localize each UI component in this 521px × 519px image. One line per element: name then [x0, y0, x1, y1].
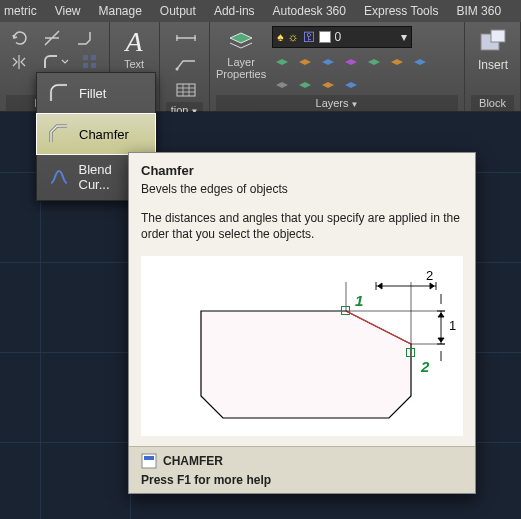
dropdown-label-fillet: Fillet	[79, 86, 106, 101]
layer-tool-3[interactable]	[318, 52, 338, 72]
tooltip-title: Chamfer	[129, 153, 475, 182]
layer-tool-7[interactable]	[410, 52, 430, 72]
rotate-icon	[10, 28, 30, 48]
svg-rect-7	[491, 30, 505, 42]
panel-layers: Layer Properties ♠ ☼ ⚿ 0 ▾	[210, 22, 465, 111]
menu-view[interactable]: View	[55, 4, 81, 18]
layer-tool-2[interactable]	[295, 52, 315, 72]
menu-bim360[interactable]: BIM 360	[456, 4, 501, 18]
layer-selector[interactable]: ♠ ☼ ⚿ 0 ▾	[272, 26, 412, 48]
pick-handle-2	[406, 348, 415, 357]
mirror-button[interactable]	[6, 50, 32, 74]
text-icon: A	[125, 26, 142, 58]
lightbulb-icon: ♠	[277, 30, 283, 44]
tooltip-footer: CHAMFER Press F1 for more help	[129, 446, 475, 493]
diagram-dim-2: 2	[426, 268, 433, 283]
diagram-point-1: 1	[355, 292, 363, 309]
misc-button-1[interactable]	[70, 26, 98, 50]
dropdown-label-chamfer: Chamfer	[79, 127, 129, 142]
leader-icon	[174, 56, 198, 72]
svg-rect-5	[177, 84, 195, 96]
insert-button[interactable]: Insert	[471, 26, 515, 72]
layer-tool-4[interactable]	[341, 52, 361, 72]
tooltip-diagram: 1 2 2 1	[141, 256, 463, 436]
layer-tool-10[interactable]	[318, 75, 338, 95]
panel-label-block[interactable]: Block	[471, 95, 514, 111]
blend-curve-icon	[47, 165, 71, 189]
text-label: Text	[124, 58, 144, 70]
fillet-split-button[interactable]	[36, 50, 73, 74]
layer-properties-button[interactable]: Layer Properties	[216, 26, 266, 80]
menu-manage[interactable]: Manage	[98, 4, 141, 18]
sun-icon: ☼	[288, 30, 299, 44]
diagram-dim-1: 1	[449, 318, 456, 333]
tooltip-body: The distances and angles that you specif…	[129, 204, 475, 252]
panel-block: Insert Block	[465, 22, 521, 111]
layer-tool-row	[272, 52, 452, 95]
layer-name: 0	[335, 30, 342, 44]
table-icon	[174, 82, 198, 98]
svg-rect-9	[144, 456, 154, 460]
mirror-icon	[9, 52, 29, 72]
chevron-down-icon: ▾	[401, 30, 407, 44]
fillet-icon	[47, 81, 71, 105]
layer-tool-5[interactable]	[364, 52, 384, 72]
panel-label-layers[interactable]: Layers▼	[216, 95, 458, 111]
layer-tool-8[interactable]	[272, 75, 292, 95]
trim-icon	[42, 28, 62, 48]
lock-icon: ⚿	[303, 30, 315, 44]
panel-annotation-dim: tion▼	[160, 22, 210, 111]
svg-rect-1	[91, 55, 96, 60]
layer-tool-6[interactable]	[387, 52, 407, 72]
dropdown-item-fillet[interactable]: Fillet	[37, 73, 155, 114]
svg-rect-0	[83, 55, 88, 60]
layer-tool-9[interactable]	[295, 75, 315, 95]
dropdown-item-chamfer[interactable]: Chamfer	[36, 113, 156, 155]
diagram-point-2: 2	[421, 358, 429, 375]
menu-expresstools[interactable]: Express Tools	[364, 4, 438, 18]
rotate-button[interactable]	[6, 26, 34, 50]
menu-metric[interactable]: metric	[4, 4, 37, 18]
command-icon	[141, 453, 157, 469]
menu-output[interactable]: Output	[160, 4, 196, 18]
tooltip-help: Press F1 for more help	[141, 469, 463, 487]
leader-button[interactable]	[166, 52, 206, 76]
tooltip-subtitle: Bevels the edges of objects	[129, 182, 475, 204]
corner-icon	[74, 28, 94, 48]
svg-rect-2	[83, 63, 88, 68]
text-button[interactable]: A Text	[116, 26, 152, 76]
layer-tool-1[interactable]	[272, 52, 292, 72]
chamfer-icon	[47, 122, 71, 146]
array-icon	[80, 52, 100, 72]
tooltip-chamfer: Chamfer Bevels the edges of objects The …	[128, 152, 476, 494]
svg-rect-3	[91, 63, 96, 68]
menubar: metric View Manage Output Add-ins Autode…	[0, 0, 521, 22]
table-button[interactable]	[166, 78, 206, 102]
array-button[interactable]	[77, 50, 103, 74]
trim-button[interactable]	[38, 26, 66, 50]
fillet-icon	[41, 52, 61, 72]
tooltip-command: CHAMFER	[163, 454, 223, 468]
dim-linear-button[interactable]	[166, 26, 206, 50]
layer-properties-icon	[226, 26, 256, 56]
menu-autodesk360[interactable]: Autodesk 360	[273, 4, 346, 18]
chevron-down-icon	[61, 58, 69, 66]
insert-icon	[477, 28, 509, 56]
layer-tool-11[interactable]	[341, 75, 361, 95]
pick-handle-1	[341, 306, 350, 315]
dim-linear-icon	[174, 30, 198, 46]
layer-color-swatch	[319, 31, 331, 43]
svg-point-4	[176, 68, 179, 71]
menu-addins[interactable]: Add-ins	[214, 4, 255, 18]
